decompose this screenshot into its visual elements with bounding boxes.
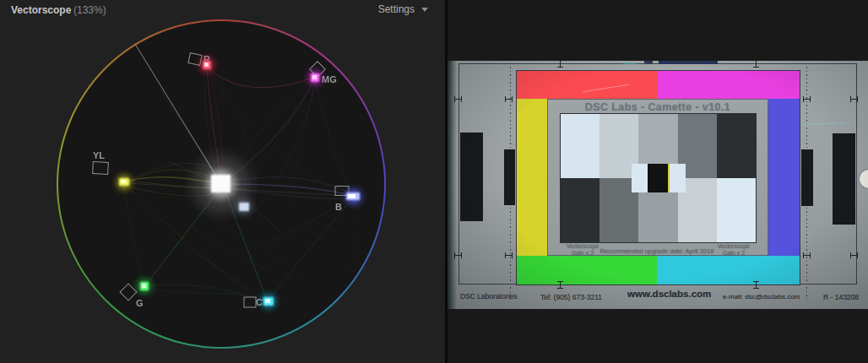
registration-hmark [803,252,811,258]
target-label-mg: MG [322,74,337,84]
color-bar-red [517,71,658,99]
color-bar-cyan [657,256,800,284]
vectorscope-display: R MG YL B G CY [0,0,445,363]
settings-button[interactable]: Settings [378,3,428,15]
cavi-black-cluster [632,164,686,192]
color-bar-blue [768,99,800,256]
trace-blob-magenta [308,71,322,84]
cluster-patch-light [670,164,686,192]
trace-center-blob [193,155,252,214]
footer-company: DSC Laboratories [460,292,518,301]
registration-ibeam-mark [557,61,563,68]
registration-ibeam-mark [753,61,759,68]
footer-website: www.dsclabs.com [627,289,711,299]
target-label-yl: YL [93,150,105,160]
app-window: Vectorscope (133%) Settings [0,0,868,363]
target-label-b: B [335,202,342,212]
chart-title: DSC Labs - Camette - v10.1 [547,101,768,113]
target-box-cy [244,297,256,307]
registration-ibeam-mark [557,281,563,289]
vectorscope-header: Vectorscope (133%) Settings [0,0,445,19]
gain-label-right: Vectorscope Gain x 2 [700,243,768,257]
color-bar-magenta [658,71,800,99]
trace-blob-green [138,279,151,293]
grayscale-patch [561,178,599,242]
black-reference-bar [801,149,813,206]
trace-blob-red [200,58,214,72]
target-box-yl [93,162,109,175]
film-smudge [623,62,637,64]
footer-ref-number: R - 143208 [823,293,859,301]
target-box-r [188,53,202,66]
target-box-g [120,284,137,301]
registration-hmark [850,252,858,258]
video-preview[interactable]: DSC Labs - Camette - v10.1 [448,61,868,309]
trace-blob-cyan [262,295,275,308]
color-bar-yellow [517,99,547,256]
black-reference-bar [460,133,483,221]
cluster-patch-black [648,164,668,192]
cropped-top-text [644,61,653,63]
grayscale-patch [561,114,599,178]
registration-ibeam-mark [753,281,759,289]
trace-blob-yellow [117,176,131,189]
zoom-level: (133%) [73,4,106,16]
black-reference-bar [504,149,515,205]
registration-hmark [454,252,462,258]
panel-title: Vectorscope [11,4,71,16]
vectorscope-panel: Vectorscope (133%) Settings [0,0,445,363]
registration-hmark [454,96,462,102]
white-hole-punch [860,170,868,188]
registration-hmark [803,96,811,102]
footer-tel: Tel: (905) 673-3211 [540,293,602,301]
registration-hmark [505,252,513,258]
grayscale-patch [717,178,756,242]
target-label-g: G [136,298,144,308]
trace-blob-blue [346,189,361,204]
footer-email: e-mail: dsc@dsclabs.com [723,293,800,301]
cropped-top-text [659,61,718,64]
preview-panel: DSC Labs - Camette - v10.1 [448,0,868,363]
grayscale-patch [717,114,756,178]
chevron-down-icon[interactable] [421,8,428,12]
cluster-patch-light [632,164,648,192]
settings-label[interactable]: Settings [378,3,415,15]
black-reference-bar [833,133,855,225]
color-bar-green [517,256,657,284]
registration-hmark [850,96,858,102]
registration-hmark [505,96,513,102]
